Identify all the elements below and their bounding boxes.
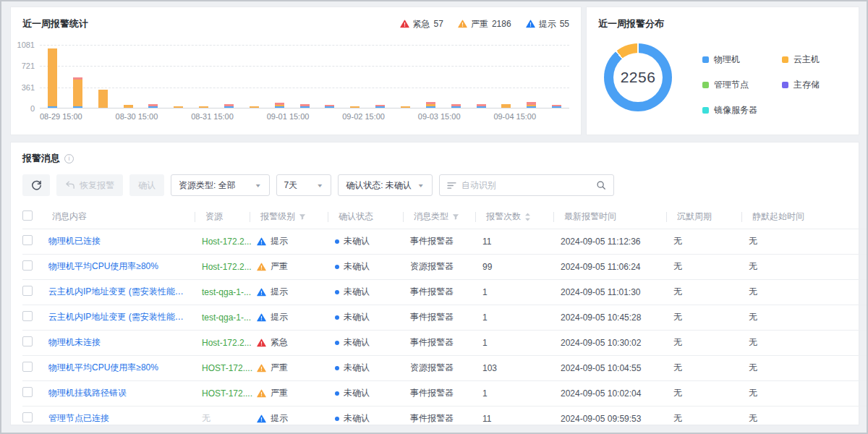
stacked-bar[interactable]	[350, 106, 359, 108]
stacked-bar[interactable]	[199, 106, 208, 108]
latest-alarm-time: 2024-09-05 10:02:04	[561, 380, 673, 406]
legend-item-urgent[interactable]: 紧急57	[400, 18, 443, 30]
silence-period: 无	[673, 279, 749, 305]
resource-link[interactable]: test-qga-1-...	[202, 312, 251, 323]
row-checkbox[interactable]	[22, 362, 33, 372]
message-content-link[interactable]: 物理机挂载路径错误	[48, 387, 192, 399]
row-checkbox[interactable]	[22, 412, 33, 422]
message-content-link[interactable]: 云主机内IP地址变更 (需安装性能优化工具)	[48, 286, 192, 298]
search-input[interactable]	[461, 180, 591, 190]
stacked-bar[interactable]	[451, 104, 461, 108]
ack-status-dot	[335, 341, 339, 345]
table-row: 云主机内IP地址变更 (需安装性能优化工具)test-qga-1-... 提示未…	[22, 305, 867, 330]
table-row: 物理机已连接Host-172.2... 提示未确认事件报警器112024-09-…	[22, 229, 867, 254]
column-label: 报警级别	[260, 210, 295, 223]
stacked-bar[interactable]	[501, 104, 511, 108]
legend-value: 57	[434, 19, 443, 29]
alarm-count: 11	[482, 406, 561, 431]
row-checkbox[interactable]	[22, 336, 33, 346]
message-content-link[interactable]: 物理机平均CPU使用率≥80%	[48, 362, 192, 374]
distribution-legend-item[interactable]: 云主机	[782, 54, 847, 66]
ack-status-dot	[335, 239, 339, 244]
alarm-count: 11	[482, 229, 561, 254]
resource-link[interactable]: HOST-172....	[202, 388, 252, 399]
bar-slot	[140, 45, 166, 108]
refresh-button[interactable]	[22, 174, 50, 196]
stacked-bar[interactable]	[300, 104, 310, 108]
silence-start-time: 无	[749, 355, 867, 380]
alarm-level: 严重	[271, 260, 288, 273]
x-axis-label: 09-02 15:00	[342, 112, 385, 121]
bar-slot	[443, 45, 469, 108]
confirm-button[interactable]: 确认	[129, 174, 164, 196]
silence-start-time: 无	[749, 406, 867, 431]
silence-period: 无	[673, 380, 749, 406]
resource-link[interactable]: Host-172.2...	[202, 262, 252, 272]
sort-icon[interactable]	[524, 213, 531, 221]
stacked-bar[interactable]	[48, 48, 57, 108]
row-checkbox[interactable]	[22, 286, 33, 296]
stacked-bar[interactable]	[250, 106, 259, 108]
legend-label: 主存储	[793, 79, 820, 91]
stacked-bar[interactable]	[124, 105, 133, 108]
resource-link[interactable]: test-qga-1-...	[202, 287, 251, 297]
stacked-bar[interactable]	[148, 104, 158, 108]
alarm-count: 1	[482, 305, 561, 330]
stacked-bar[interactable]	[527, 102, 536, 108]
stacked-bar[interactable]	[98, 90, 108, 108]
stacked-bar[interactable]	[275, 103, 284, 108]
stacked-bar[interactable]	[224, 104, 234, 108]
message-content-link[interactable]: 管理节点已连接	[48, 412, 192, 425]
distribution-legend-item[interactable]: 镜像服务器	[702, 104, 782, 116]
bar-slot	[519, 45, 544, 108]
row-checkbox[interactable]	[22, 311, 33, 321]
undo-icon	[65, 181, 75, 190]
filter-icon[interactable]	[299, 213, 306, 221]
bar-segment-严重	[199, 106, 208, 108]
alarm-level: 紧急	[271, 336, 288, 349]
stacked-bar[interactable]	[375, 105, 385, 108]
stacked-bar[interactable]	[174, 106, 183, 108]
message-content-link[interactable]: 物理机未连接	[48, 336, 192, 349]
message-content-link[interactable]: 物理机已连接	[48, 235, 192, 247]
x-axis-label	[82, 112, 99, 121]
message-content-link[interactable]: 云主机内IP地址变更 (需安装性能优化工具)	[48, 311, 192, 323]
silence-start-time: 无	[749, 254, 867, 279]
select-all-checkbox[interactable]	[22, 210, 33, 221]
column-header[interactable]: 消息类型	[410, 205, 482, 229]
resource-link[interactable]: Host-172.2...	[202, 237, 252, 247]
info-icon[interactable]: i	[64, 154, 74, 163]
filter-icon[interactable]	[452, 213, 459, 221]
bar-slot	[242, 45, 267, 108]
resource-type-select[interactable]: 资源类型: 全部 ▼	[171, 174, 270, 196]
distribution-legend-item[interactable]: 管理节点	[702, 79, 782, 91]
stacked-bar[interactable]	[73, 77, 82, 108]
row-checkbox[interactable]	[22, 235, 33, 245]
distribution-legend-item[interactable]: 主存储	[782, 79, 847, 91]
period-select[interactable]: 7天 ▼	[276, 174, 332, 196]
search-icon[interactable]	[596, 180, 606, 190]
column-label: 资源	[205, 210, 223, 223]
column-header[interactable]: 报警级别	[257, 205, 335, 229]
resource-link[interactable]: HOST-172....	[202, 363, 252, 373]
legend-item-info[interactable]: 提示55	[526, 18, 569, 30]
row-checkbox[interactable]	[22, 260, 33, 271]
resource-link[interactable]: Host-172.2...	[202, 338, 252, 348]
column-label: 消息类型	[414, 210, 448, 223]
stacked-bar[interactable]	[325, 105, 334, 108]
recover-alarm-button[interactable]: 恢复报警	[56, 174, 123, 196]
bar-segment-提示	[527, 106, 536, 108]
stacked-bar[interactable]	[552, 105, 561, 108]
bar-segment-严重	[350, 106, 359, 108]
stacked-bar[interactable]	[426, 102, 435, 108]
legend-label: 物理机	[714, 54, 740, 66]
message-content-link[interactable]: 物理机平均CPU使用率≥80%	[48, 260, 192, 273]
legend-item-severe[interactable]: 严重2186	[458, 18, 511, 30]
stacked-bar[interactable]	[401, 106, 410, 108]
distribution-legend-item[interactable]: 物理机	[702, 54, 782, 66]
stacked-bar[interactable]	[477, 104, 486, 108]
row-checkbox[interactable]	[22, 387, 33, 397]
column-header[interactable]: 报警次数	[482, 205, 561, 229]
bar-segment-提示	[375, 106, 385, 108]
ack-status-select[interactable]: 确认状态: 未确认 ▼	[338, 174, 433, 196]
